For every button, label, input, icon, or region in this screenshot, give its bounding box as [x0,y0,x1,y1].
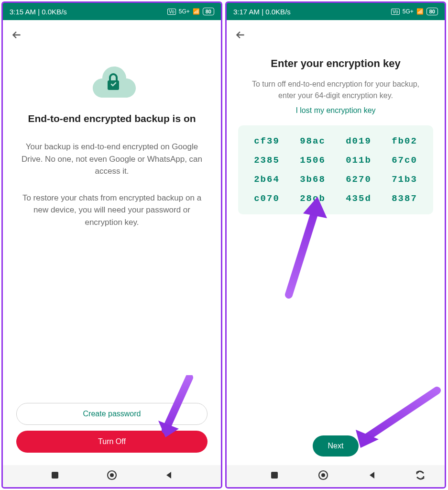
main-content: End-to-end encrypted backup is on Your b… [3,48,221,465]
volte-icon: Vo [391,9,400,15]
encryption-description: To turn off end-to-end encryption for yo… [238,78,433,101]
next-button[interactable]: Next [313,435,359,457]
main-content: Enter your encryption key To turn off en… [227,48,445,465]
svg-point-6 [321,473,325,477]
phone-left-screenshot: 3:15 AM | 0.0KB/s Vo 5G+ 📶 80 End-to-end… [1,1,222,489]
svg-rect-4 [271,472,278,479]
key-group: 98ac [300,136,326,146]
rotate-button[interactable] [415,470,426,482]
volte-icon: Vo [167,9,176,15]
encryption-key-input[interactable]: cf39 98ac d019 fb02 2385 1506 011b 67c0 … [238,125,433,214]
create-password-button[interactable]: Create password [16,403,208,425]
home-button[interactable] [317,469,329,483]
recent-apps-button[interactable] [270,470,279,482]
header [3,20,221,48]
cloud-lock-icon [14,64,209,101]
key-group: 71b3 [392,174,417,185]
page-title: Enter your encryption key [238,57,433,70]
key-group: d019 [346,136,372,146]
network-icon: 5G+ [179,8,190,15]
android-nav-bar [227,465,445,487]
status-right: Vo 5G+ 📶 80 [391,8,438,15]
backup-description-2: To restore your chats from encrypted bac… [14,192,209,229]
back-button[interactable] [234,34,247,43]
svg-point-3 [110,473,114,477]
status-right: Vo 5G+ 📶 80 [167,8,214,15]
back-nav-button[interactable] [367,470,377,482]
battery-icon: 80 [426,8,438,15]
signal-icon: 📶 [193,8,200,15]
home-button[interactable] [106,469,118,483]
key-group: 1506 [300,155,326,166]
phone-right-screenshot: 3:17 AM | 0.0KB/s Vo 5G+ 📶 80 Enter your… [225,1,446,489]
turn-off-button[interactable]: Turn Off [16,431,208,453]
key-group: 3b68 [300,174,326,185]
recent-apps-button[interactable] [50,470,60,482]
key-group: 2385 [254,155,280,166]
back-button[interactable] [11,34,23,43]
status-time: 3:15 AM | 0.0KB/s [10,8,67,16]
status-bar: 3:15 AM | 0.0KB/s Vo 5G+ 📶 80 [3,3,221,20]
key-group: 6270 [346,174,372,185]
signal-icon: 📶 [416,8,424,15]
key-group: 2b64 [254,174,280,185]
lost-key-link[interactable]: I lost my encryption key [238,106,433,115]
status-bar: 3:17 AM | 0.0KB/s Vo 5G+ 📶 80 [227,3,445,20]
key-group: 28cb [300,193,326,204]
key-group: 435d [346,193,372,204]
bottom-actions: Create password Turn Off [14,403,209,465]
key-group: c070 [254,193,280,204]
svg-rect-1 [52,472,58,479]
header [227,20,445,48]
status-time: 3:17 AM | 0.0KB/s [233,8,291,16]
key-group: 67c0 [392,155,417,166]
battery-icon: 80 [203,8,214,15]
key-group: 011b [346,155,372,166]
page-title: End-to-end encrypted backup is on [14,113,209,124]
key-group: 8387 [392,193,417,204]
back-nav-button[interactable] [164,470,174,482]
key-group: fb02 [392,136,417,146]
android-nav-bar [3,465,221,487]
key-group: cf39 [254,136,280,146]
network-icon: 5G+ [403,8,414,15]
backup-description-1: Your backup is end-to-end encrypted on G… [14,141,209,178]
